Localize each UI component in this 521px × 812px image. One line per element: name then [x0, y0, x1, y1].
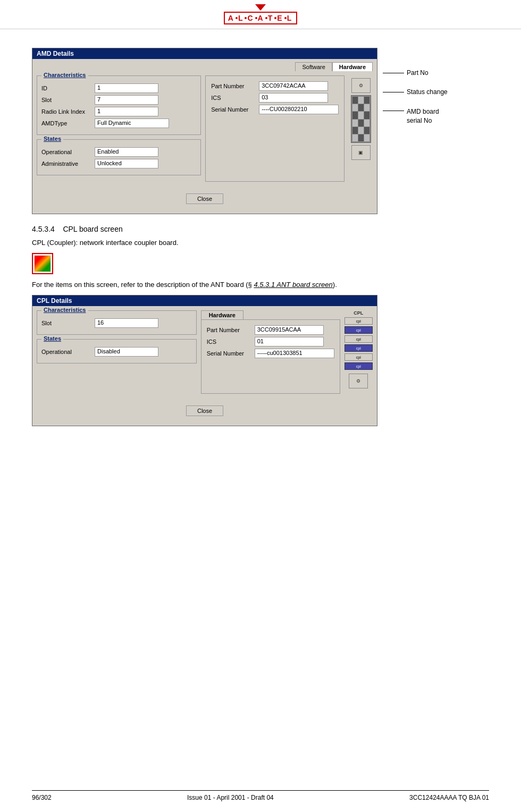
cpl-hardware-tab[interactable]: Hardware — [201, 310, 243, 319]
amd-type-label: AMDType — [41, 120, 95, 126]
cpl-dialog: CPL Details Characteristics Slot 16 S — [32, 295, 377, 426]
amd-type-row: AMDType Full Dynamic — [41, 119, 196, 128]
operational-label: Operational — [41, 149, 95, 155]
section-number: 4.5.3.4 — [32, 225, 55, 233]
cpl-characteristics-label: Characteristics — [41, 307, 88, 313]
serial-number-value: ----CU002802210 — [259, 105, 339, 114]
amd-dialog: AMD Details Software Hardware Characteri… — [32, 48, 377, 214]
cpl-dialog-title: CPL Details — [32, 295, 377, 306]
cpl-ics-label: ICS — [207, 339, 255, 345]
svg-rect-2 — [41, 257, 45, 261]
id-row: ID 1 — [41, 83, 196, 93]
cpl-btn-1[interactable]: cpl — [344, 317, 373, 325]
cpl-part-number-value: 3CC09915ACAA — [255, 325, 324, 335]
cpl-btn-4[interactable]: cpl — [344, 344, 373, 352]
amd-tab-row: Software Hardware — [295, 62, 373, 71]
amd-type-value: Full Dynamic — [95, 119, 169, 128]
ann-line-1 — [383, 73, 404, 73]
footer: 96/302 Issue 01 - April 2001 - Draft 04 … — [32, 790, 489, 801]
id-value: 1 — [95, 83, 158, 93]
amd-bottom-icon-btn[interactable]: ▣ — [351, 145, 371, 160]
cpl-left-panel: Characteristics Slot 16 States Operation… — [37, 310, 197, 394]
cpl-btn-row-1: cpl — [344, 317, 373, 325]
ann-line-3 — [383, 111, 404, 111]
logo-dot3 — [255, 17, 257, 19]
states-label: States — [41, 136, 63, 142]
cpl-small-icon — [32, 253, 53, 274]
amd-annotations: Part No Status change AMD boardserial No — [383, 48, 448, 125]
ics-value: 03 — [259, 93, 328, 103]
administrative-value: Unlocked — [95, 159, 158, 168]
amd-top-icon-btn[interactable]: ⚙ — [351, 78, 371, 93]
amd-close-area: Close — [32, 186, 377, 214]
cpl-icon-svg — [35, 256, 51, 272]
part-number-row: Part Number 3CC09742ACAA — [211, 81, 339, 91]
status-change-text: Status change — [407, 88, 448, 96]
tab-hardware[interactable]: Hardware — [332, 62, 373, 71]
svg-rect-0 — [35, 256, 51, 272]
cpl-btn-row-4: cpl — [344, 344, 373, 352]
serial-number-label: Serial Number — [211, 106, 259, 113]
cpl-part-number-label: Part Number — [207, 327, 255, 333]
cpl-btn-2[interactable]: cpl — [344, 326, 373, 334]
cpl-serial-number-row: Serial Number -----cu001303851 — [207, 349, 334, 358]
cpl-close-area: Close — [32, 398, 377, 426]
logo-dot6 — [284, 17, 287, 19]
footer-center: Issue 01 - April 2001 - Draft 04 — [187, 794, 274, 801]
status-change-annotation: Status change — [383, 88, 448, 96]
cpl-slot-value: 16 — [95, 318, 158, 328]
svg-rect-4 — [41, 262, 45, 266]
amd-dialog-section: AMD Details Software Hardware Characteri… — [32, 48, 489, 214]
characteristics-group: Characteristics ID 1 Slot 7 Radi — [37, 75, 201, 135]
part-no-annotation: Part No — [383, 69, 448, 77]
section-description: CPL (Coupler): network interface coupler… — [32, 239, 489, 247]
cpl-states-label: States — [41, 335, 63, 342]
cpl-btn-6[interactable]: cpl — [344, 362, 373, 370]
cpl-close-button[interactable]: Close — [186, 405, 223, 416]
logo-dot2 — [245, 17, 247, 19]
logo-text-l1: L — [238, 14, 245, 22]
logo-box: A L C A T E L — [224, 12, 297, 24]
cpl-slot-row: Slot 16 — [41, 318, 192, 328]
cpl-icon-panel: CPL cpl cpl cpl cpl cpl cpl — [344, 310, 373, 394]
cpl-serial-number-value: -----cu001303851 — [255, 349, 334, 358]
cpl-btn-5[interactable]: cpl — [344, 353, 373, 361]
cpl-btn-3[interactable]: cpl — [344, 335, 373, 343]
cpl-ics-value: 01 — [255, 337, 324, 346]
cpl-operational-label: Operational — [41, 349, 95, 355]
ref-text-before: For the items on this screen, refer to t… — [32, 281, 254, 289]
ref-link[interactable]: 4.5.3.1 ANT board screen — [254, 281, 332, 289]
tab-software[interactable]: Software — [295, 62, 332, 71]
cpl-dialog-inner: Characteristics Slot 16 States Operation… — [32, 306, 377, 398]
logo-dot — [236, 17, 238, 19]
cpl-operational-value: Disabled — [95, 347, 158, 357]
slot-value: 7 — [95, 95, 158, 105]
ics-row: ICS 03 — [211, 93, 339, 103]
cpl-ics-row: ICS 01 — [207, 337, 334, 346]
cpl-slot-label: Slot — [41, 320, 95, 326]
cpl-btn-row-5: cpl — [344, 353, 373, 361]
footer-page: 96/302 — [32, 794, 52, 801]
operational-value: Enabled — [95, 147, 158, 157]
main-content: AMD Details Software Hardware Characteri… — [0, 37, 521, 437]
cpl-characteristics-group: Characteristics Slot 16 — [37, 310, 197, 335]
cpl-bottom-btn[interactable]: ⚙ — [349, 374, 368, 388]
ann-line-2 — [383, 92, 404, 92]
slot-row: Slot 7 — [41, 95, 196, 105]
id-label: ID — [41, 85, 95, 91]
amd-close-button[interactable]: Close — [186, 193, 223, 204]
amd-board-grid — [351, 95, 371, 143]
amd-board-serial-annotation: AMD boardserial No — [383, 107, 448, 125]
logo-text-c: C — [247, 14, 254, 22]
cpl-btn-row-6: cpl — [344, 362, 373, 370]
radio-link-label: Radio Link Index — [41, 108, 95, 115]
amd-dialog-inner: Characteristics ID 1 Slot 7 Radi — [32, 71, 377, 186]
amd-dialog-title: AMD Details — [32, 48, 377, 59]
characteristics-label: Characteristics — [41, 72, 88, 78]
cpl-part-number-row: Part Number 3CC09915ACAA — [207, 325, 334, 335]
part-number-value: 3CC09742ACAA — [259, 81, 328, 91]
amd-right-panel: Part Number 3CC09742ACAA ICS 03 Serial N… — [205, 75, 344, 182]
radio-link-value: 1 — [95, 107, 158, 116]
reference-text: For the items on this screen, refer to t… — [32, 281, 489, 289]
alcatel-logo: A L C A T E L — [224, 4, 297, 24]
